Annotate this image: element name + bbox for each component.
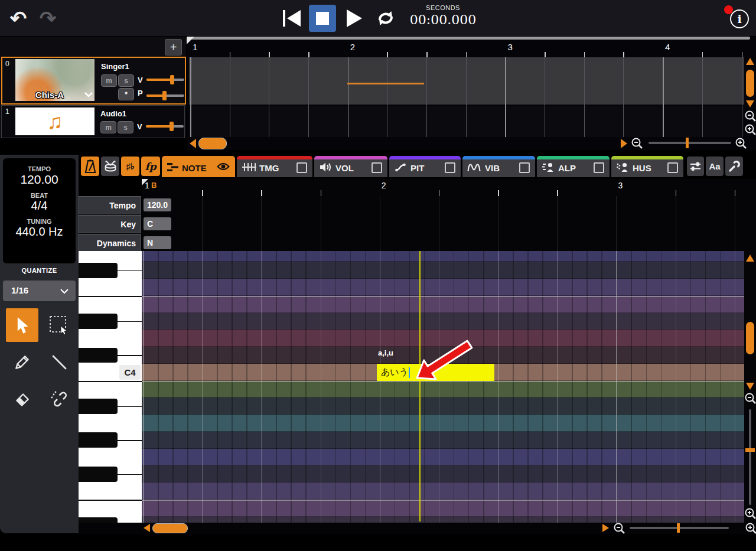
black-key-A#3[interactable]: [79, 399, 118, 414]
arrange-lane-singer[interactable]: [189, 57, 744, 105]
play-button[interactable]: [341, 7, 366, 30]
select-tool-button[interactable]: [6, 308, 38, 342]
song-settings-display[interactable]: TEMPO 120.00 BEAT 4/4 TUNING 440.0 Hz: [3, 158, 76, 263]
singer-avatar[interactable]: Chis-A: [15, 59, 94, 101]
pr-scroll-right-button[interactable]: [602, 524, 609, 532]
piano-keyboard[interactable]: C4: [79, 251, 142, 523]
stop-button[interactable]: [309, 5, 336, 32]
line-tool-button[interactable]: [43, 345, 75, 379]
pr-scroll-down-button[interactable]: [746, 383, 754, 390]
black-key-D#4[interactable]: [79, 314, 118, 329]
editor-sidebar: TEMPO 120.00 BEAT 4/4 TUNING 440.0 Hz QU…: [0, 155, 79, 533]
black-key-C#4[interactable]: [79, 348, 118, 363]
add-track-button[interactable]: +: [165, 39, 182, 56]
tab-tmg-checkbox[interactable]: [296, 162, 307, 173]
arrange-scroll-right-button[interactable]: [621, 139, 627, 148]
skip-to-start-button[interactable]: [280, 8, 304, 29]
tab-vib[interactable]: VIB: [462, 156, 535, 177]
pr-scroll-left-button[interactable]: [144, 524, 150, 532]
arrange-ruler[interactable]: 1234: [189, 40, 750, 57]
pencil-icon: [14, 353, 31, 371]
mute-button[interactable]: m: [101, 74, 117, 87]
pr-vzoom-handle[interactable]: [745, 448, 755, 452]
pr-hzoom-slider[interactable]: [630, 527, 729, 529]
quantize-dropdown[interactable]: 1/16: [3, 281, 76, 301]
tab-vol[interactable]: VOL: [314, 156, 387, 177]
piano-roll-grid[interactable]: [142, 251, 744, 523]
tempo-event-chip[interactable]: 120.0: [144, 198, 171, 211]
mixer-button[interactable]: [687, 157, 704, 176]
unlink-tool-button[interactable]: [43, 382, 75, 415]
black-key-F#3[interactable]: [79, 467, 118, 482]
tab-hus[interactable]: HUS: [611, 156, 683, 177]
tab-pit-checkbox[interactable]: [445, 162, 455, 173]
drum-button[interactable]: [101, 157, 119, 176]
tab-vib-checkbox[interactable]: [519, 162, 530, 173]
pencil-tool-button[interactable]: [6, 345, 38, 379]
mute-button[interactable]: m: [100, 121, 116, 133]
arrange-vscroll-thumb[interactable]: [746, 70, 754, 97]
undo-button[interactable]: ↶: [7, 7, 30, 30]
star-button[interactable]: *: [118, 88, 134, 100]
song-part-segment[interactable]: [347, 83, 424, 84]
dynamics-mark-button[interactable]: fp: [141, 157, 160, 176]
metronome-button[interactable]: [81, 157, 99, 176]
dynamics-event-chip[interactable]: N: [144, 236, 171, 249]
arrange-hzoom-slider[interactable]: [649, 142, 731, 144]
black-key-F#4[interactable]: [79, 263, 118, 278]
eye-icon[interactable]: [217, 162, 230, 171]
solo-button[interactable]: s: [118, 121, 133, 133]
pr-hscroll-thumb[interactable]: [152, 523, 188, 533]
note-lyric-input[interactable]: あいう: [377, 364, 494, 381]
redo-button[interactable]: ↷: [37, 7, 59, 30]
key-event-chip[interactable]: C: [144, 217, 171, 230]
pr-hzoom-out-button[interactable]: [613, 522, 625, 534]
pan-slider[interactable]: [146, 94, 184, 97]
arrange-hzoom-out-button[interactable]: [631, 137, 643, 149]
arrange-lane-audio[interactable]: [189, 106, 744, 137]
arrange-hscroll-thumb[interactable]: [198, 138, 227, 149]
tab-pit[interactable]: PIT: [389, 156, 461, 177]
pr-scroll-up-button[interactable]: [746, 255, 754, 262]
accidental-button[interactable]: ♯♭: [121, 157, 139, 176]
pr-vzoom-out-button[interactable]: [744, 392, 756, 405]
pr-vzoom-in-button[interactable]: [744, 507, 756, 520]
arrange-scroll-down-button[interactable]: [746, 100, 754, 107]
tab-note[interactable]: NOTE: [162, 156, 235, 177]
tab-alp-checkbox[interactable]: [594, 162, 604, 173]
arrange-hzoom-handle[interactable]: [686, 138, 689, 148]
beat-tick: [230, 52, 231, 57]
pr-vzoom-slider[interactable]: [749, 409, 751, 505]
grid-line: [601, 251, 602, 523]
volume-slider[interactable]: [146, 79, 184, 81]
pr-vscroll-thumb[interactable]: [746, 322, 754, 354]
breath-icon: [542, 162, 555, 172]
pr-hzoom-handle[interactable]: [677, 523, 680, 533]
track-row-audio1[interactable]: 1 ♫ Audio1 m s V: [1, 105, 185, 138]
black-key-D#3[interactable]: [79, 517, 118, 523]
info-button[interactable]: i: [730, 9, 749, 28]
settings-button[interactable]: [725, 157, 743, 176]
tab-alp[interactable]: ALP: [537, 156, 610, 177]
tab-hus-checkbox[interactable]: [667, 162, 678, 173]
text-entry-button[interactable]: Aa: [706, 157, 724, 176]
tab-vol-checkbox[interactable]: [372, 162, 382, 173]
audio-thumbnail[interactable]: ♫: [15, 107, 94, 135]
beat-tick: [466, 52, 467, 57]
arrange-scroll-up-button[interactable]: [746, 58, 754, 65]
marquee-select-tool-button[interactable]: [43, 308, 75, 342]
arrange-vzoom-out-button[interactable]: [744, 110, 756, 122]
pr-hzoom-in-button[interactable]: [745, 522, 756, 534]
arrange-vzoom-in-button[interactable]: [744, 123, 756, 136]
volume-slider[interactable]: [146, 125, 184, 128]
black-key-G#3[interactable]: [79, 432, 118, 448]
track-row-singer1[interactable]: 0 Chis-A Singer1 m s V * P: [1, 57, 186, 105]
eraser-tool-button[interactable]: [6, 382, 38, 415]
param-lane-area[interactable]: [142, 196, 756, 251]
tab-tmg[interactable]: TMG: [237, 156, 312, 177]
solo-button[interactable]: s: [118, 74, 134, 87]
arrange-hzoom-in-button[interactable]: [735, 137, 747, 149]
arrange-scroll-left-button[interactable]: [190, 139, 196, 148]
editor-ruler[interactable]: B 123: [142, 179, 756, 196]
loop-button[interactable]: [374, 8, 397, 29]
